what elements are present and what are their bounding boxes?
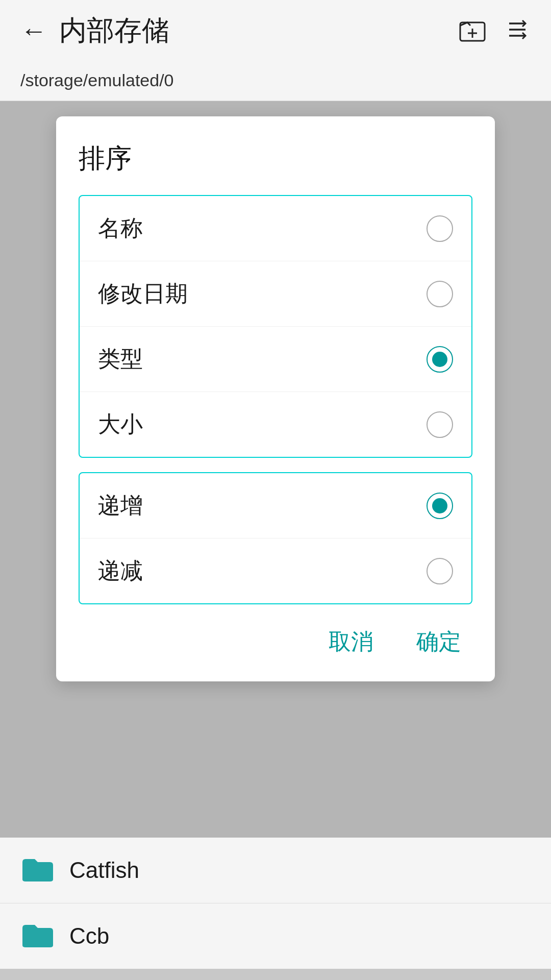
- radio-label-size: 大小: [98, 409, 143, 439]
- dialog-title: 排序: [79, 141, 472, 177]
- folder-icon: [20, 855, 55, 886]
- page-title: 内部存储: [59, 12, 169, 50]
- radio-circle-size[interactable]: [427, 411, 453, 438]
- top-bar-left: ← 内部存储: [20, 12, 169, 50]
- folder-icon: [20, 921, 55, 951]
- radio-circle-type[interactable]: [427, 346, 453, 373]
- file-list: Catfish Ccb: [0, 838, 551, 969]
- radio-item-size[interactable]: 大小: [80, 392, 471, 457]
- radio-item-name[interactable]: 名称: [80, 196, 471, 261]
- radio-circle-name[interactable]: [427, 215, 453, 242]
- background-content: 排序 名称 修改日期 类型 大小: [0, 101, 551, 969]
- radio-item-date[interactable]: 修改日期: [80, 261, 471, 327]
- file-name: Ccb: [69, 923, 109, 949]
- radio-item-desc[interactable]: 递减: [80, 538, 471, 603]
- radio-item-asc[interactable]: 递增: [80, 473, 471, 538]
- file-name: Catfish: [69, 857, 139, 883]
- top-bar: ← 内部存储: [0, 0, 551, 61]
- confirm-button[interactable]: 确定: [410, 623, 467, 661]
- path-bar: /storage/emulated/0: [0, 61, 551, 101]
- radio-circle-desc[interactable]: [427, 558, 453, 584]
- sort-field-group: 名称 修改日期 类型 大小: [79, 195, 472, 458]
- sort-dialog: 排序 名称 修改日期 类型 大小: [56, 116, 495, 681]
- cancel-button[interactable]: 取消: [322, 623, 380, 661]
- radio-label-name: 名称: [98, 213, 143, 243]
- radio-label-asc: 递增: [98, 491, 143, 521]
- radio-circle-asc[interactable]: [427, 493, 453, 519]
- radio-circle-date[interactable]: [427, 281, 453, 307]
- radio-item-type[interactable]: 类型: [80, 327, 471, 392]
- current-path: /storage/emulated/0: [20, 70, 174, 90]
- back-button[interactable]: ←: [20, 15, 47, 46]
- radio-label-date: 修改日期: [98, 279, 188, 309]
- dialog-buttons: 取消 确定: [79, 623, 472, 661]
- sort-button[interactable]: [504, 16, 531, 45]
- list-item[interactable]: Catfish: [0, 838, 551, 903]
- sort-order-group: 递增 递减: [79, 472, 472, 604]
- radio-label-type: 类型: [98, 344, 143, 374]
- new-folder-button[interactable]: [459, 16, 486, 45]
- top-bar-right: [459, 16, 531, 45]
- radio-label-desc: 递减: [98, 556, 143, 586]
- list-item[interactable]: Ccb: [0, 903, 551, 969]
